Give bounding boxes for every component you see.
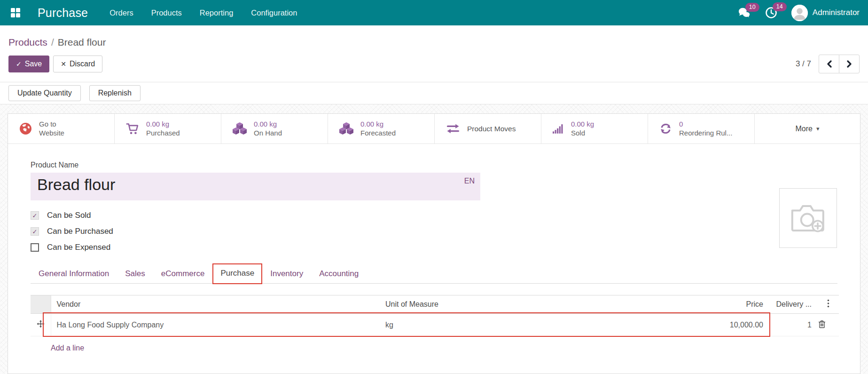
stat-value: 0.00 kg: [571, 120, 594, 129]
exchange-arrows-icon: [446, 123, 460, 135]
pager-next-button[interactable]: [839, 55, 860, 73]
more-dropdown-button[interactable]: More ▾: [755, 114, 860, 143]
messages-badge: 10: [745, 3, 759, 12]
language-badge[interactable]: EN: [464, 177, 475, 185]
table-header-row: Vendor Unit of Measure Price Delivery ..…: [31, 295, 839, 314]
top-navbar: Purchase Orders Products Reporting Confi…: [0, 0, 868, 25]
activities-badge: 14: [773, 2, 787, 11]
globe-icon: [19, 122, 32, 135]
can-be-sold-checkbox[interactable]: ✓: [31, 211, 39, 220]
tab-general-information[interactable]: General Information: [31, 264, 117, 283]
main-menu: Orders Products Reporting Configuration: [109, 8, 297, 17]
delivery-cell[interactable]: 1: [769, 314, 817, 336]
on-hand-stat-button[interactable]: 0.00 kg On Hand: [221, 114, 328, 143]
content-area: Go to Website 0.00 kg Purchased: [0, 104, 868, 374]
cubes-icon: [339, 122, 353, 135]
tab-ecommerce[interactable]: eCommerce: [153, 264, 213, 283]
breadcrumb-current: Bread flour: [58, 37, 106, 48]
breadcrumb-parent[interactable]: Products: [8, 37, 47, 48]
stat-line1: Go to: [39, 120, 64, 129]
product-image-placeholder[interactable]: [779, 188, 837, 248]
activities-button[interactable]: 14: [765, 7, 777, 19]
form-body: Product Name Bread flour EN ✓ Can be Sol…: [8, 144, 860, 352]
camera-plus-icon: [790, 203, 826, 234]
can-be-expensed-label[interactable]: Can be Expensed: [47, 243, 110, 252]
menu-configuration[interactable]: Configuration: [251, 8, 297, 17]
vendor-pricelist-table: Vendor Unit of Measure Price Delivery ..…: [31, 295, 837, 352]
notebook-tabs: General Information Sales eCommerce Purc…: [31, 263, 837, 284]
stat-value: 0.00 kg: [254, 120, 282, 129]
uom-column-header: Unit of Measure: [380, 295, 709, 314]
bar-chart-icon: [553, 124, 564, 134]
checkmark-icon: ✓: [32, 228, 38, 235]
handle-column-header: [31, 295, 51, 314]
can-be-purchased-row: ✓ Can be Purchased: [31, 227, 837, 236]
tab-sales[interactable]: Sales: [117, 264, 153, 283]
user-name: Administrator: [813, 8, 860, 17]
stat-value: 0.00 kg: [146, 120, 180, 129]
status-bar: Update Quantity Replenish: [0, 82, 868, 104]
avatar: [791, 5, 808, 21]
stat-label: Purchased: [146, 129, 180, 138]
can-be-sold-label[interactable]: Can be Sold: [47, 211, 91, 220]
delete-row-button[interactable]: [817, 314, 839, 336]
row-drag-handle[interactable]: [31, 314, 51, 336]
kebab-menu-icon: [827, 299, 829, 308]
sold-stat-button[interactable]: 0.00 kg Sold: [541, 114, 648, 143]
purchased-stat-button[interactable]: 0.00 kg Purchased: [115, 114, 221, 143]
tab-inventory[interactable]: Inventory: [262, 264, 311, 283]
stat-label: Product Moves: [467, 125, 516, 133]
user-menu[interactable]: Administrator: [791, 5, 860, 21]
vendor-cell[interactable]: Ha Long Food Supply Company: [51, 314, 380, 336]
go-to-website-button[interactable]: Go to Website: [8, 114, 115, 143]
save-button[interactable]: ✓ Save: [8, 56, 49, 72]
pager: 3 / 7: [796, 55, 860, 73]
app-name[interactable]: Purchase: [38, 6, 88, 20]
pager-previous-button[interactable]: [819, 55, 839, 73]
product-name-input[interactable]: Bread flour: [31, 173, 480, 200]
product-name-field: Bread flour EN: [31, 173, 480, 200]
stat-value: 0.00 kg: [360, 120, 396, 129]
stat-label: Sold: [571, 129, 594, 138]
messages-button[interactable]: 10: [738, 7, 751, 18]
replenish-button[interactable]: Replenish: [89, 85, 141, 101]
reordering-rules-button[interactable]: 0 Reordering Rul...: [648, 114, 755, 143]
menu-reporting[interactable]: Reporting: [200, 8, 234, 17]
can-be-sold-row: ✓ Can be Sold: [31, 211, 837, 220]
check-icon: ✓: [16, 60, 22, 68]
uom-cell[interactable]: kg: [380, 314, 709, 336]
stat-label: Reordering Rul...: [679, 129, 732, 138]
stat-button-row: Go to Website 0.00 kg Purchased: [8, 114, 860, 144]
can-be-expensed-checkbox[interactable]: [31, 243, 39, 252]
tab-purchase[interactable]: Purchase: [212, 263, 262, 284]
update-quantity-button[interactable]: Update Quantity: [8, 85, 81, 101]
stat-label: Forecasted: [360, 129, 396, 138]
product-moves-button[interactable]: Product Moves: [435, 114, 541, 143]
x-icon: ✕: [61, 60, 66, 68]
chevron-left-icon: [826, 60, 832, 68]
form-sheet: Go to Website 0.00 kg Purchased: [8, 113, 860, 374]
product-name-label: Product Name: [31, 161, 837, 169]
chevron-right-icon: [846, 60, 852, 68]
add-a-line-link[interactable]: Add a line: [51, 344, 84, 352]
shopping-cart-icon: [126, 123, 139, 135]
trash-icon: [818, 320, 826, 328]
vendor-column-header: Vendor: [51, 295, 380, 314]
forecasted-stat-button[interactable]: 0.00 kg Forecasted: [328, 114, 435, 143]
apps-menu-icon[interactable]: [8, 6, 23, 20]
control-panel: ✓ Save ✕ Discard 3 / 7: [0, 51, 868, 82]
can-be-purchased-checkbox[interactable]: ✓: [31, 227, 39, 236]
discard-button[interactable]: ✕ Discard: [53, 56, 102, 72]
can-be-purchased-label[interactable]: Can be Purchased: [47, 227, 113, 236]
optional-columns-button[interactable]: [817, 295, 839, 314]
tab-accounting[interactable]: Accounting: [311, 264, 367, 283]
pager-counter: 3 / 7: [796, 59, 811, 69]
price-cell[interactable]: 10,000.00: [709, 314, 769, 336]
menu-products[interactable]: Products: [151, 8, 182, 17]
vendor-row: Ha Long Food Supply Company kg 10,000.00…: [31, 314, 839, 336]
move-icon: [37, 320, 45, 328]
breadcrumb: Products/Bread flour: [0, 25, 868, 51]
cubes-icon: [233, 122, 247, 135]
delivery-column-header: Delivery ...: [769, 295, 817, 314]
menu-orders[interactable]: Orders: [109, 8, 133, 17]
